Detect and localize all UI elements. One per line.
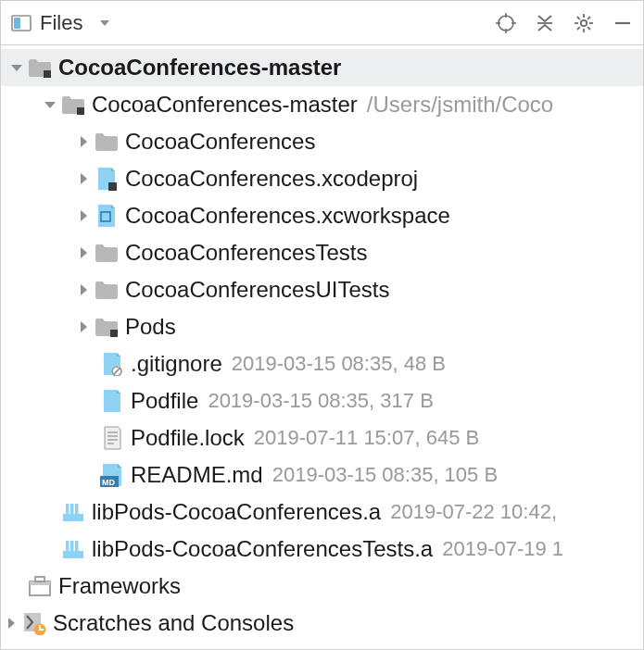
svg-rect-36 [63,551,83,558]
tree-row-libpods1[interactable]: libPods-CocoaConferences.a2019-07-22 10:… [1,494,643,531]
svg-point-8 [581,19,587,25]
project-tree[interactable]: CocoaConferences-masterCocoaConferences-… [1,45,643,645]
toolbar: Files [1,1,643,45]
tree-item-name: Pods [125,314,176,340]
tree-item-name: .gitignore [131,351,222,377]
chevron-right-icon[interactable] [73,317,94,337]
tree-row-frameworks[interactable]: Frameworks [1,568,643,605]
tree-row-cc[interactable]: CocoaConferences [1,123,643,160]
tree-item-path: /Users/jsmith/Coco [367,92,553,118]
xcodeproj-icon [94,166,120,192]
svg-rect-22 [110,330,118,337]
xcworkspace-icon [94,203,120,229]
tree-row-proj[interactable]: CocoaConferences-master/Users/jsmith/Coc… [1,86,643,123]
svg-point-2 [499,16,513,31]
chevron-down-icon[interactable] [40,94,60,115]
tree-row-xcworkspace[interactable]: CocoaConferences.xcworkspace [1,197,643,234]
svg-rect-42 [35,577,44,581]
folder-icon [94,277,120,303]
svg-rect-19 [77,107,84,115]
tree-row-tests[interactable]: CocoaConferencesTests [1,234,643,271]
svg-rect-37 [66,541,69,551]
file-icon [99,388,125,414]
tree-item-meta: 2019-03-15 08:35, 317 B [208,389,433,413]
folder-icon [94,129,120,155]
chevron-down-icon[interactable] [94,12,116,34]
tree-item-name: libPods-CocoaConferencesTests.a [92,536,433,562]
tree-item-name: Podfile [131,388,198,414]
tree-item-meta: 2019-07-19 1 [442,537,563,561]
tree-item-name: libPods-CocoaConferences.a [92,499,381,525]
lib-icon [60,499,86,525]
svg-rect-35 [75,504,79,514]
tree-item-name: Podfile.lock [131,425,245,451]
tree-item-name: Scratches and Consoles [53,610,294,636]
svg-rect-20 [108,182,117,191]
lockfile-icon [99,425,125,451]
minimize-icon[interactable] [612,12,634,34]
tree-item-name: CocoaConferencesUITests [125,277,389,303]
scratches-icon [21,610,47,636]
tree-row-xcodeproj[interactable]: CocoaConferences.xcodeproj [1,160,643,197]
svg-rect-39 [75,541,79,551]
gear-icon[interactable] [573,12,595,34]
tree-item-meta: 2019-07-22 10:42, [390,500,557,524]
tree-row-libpods2[interactable]: libPods-CocoaConferencesTests.a2019-07-1… [1,531,643,568]
tree-row-podfile[interactable]: Podfile2019-03-15 08:35, 317 B [1,382,643,419]
svg-rect-38 [70,541,74,551]
svg-rect-32 [63,514,83,521]
panel-icon [10,12,32,34]
chevron-right-icon[interactable] [73,169,94,189]
chevron-right-icon[interactable] [73,206,94,226]
tree-item-name: CocoaConferences.xcworkspace [125,203,450,229]
view-dropdown[interactable]: Files [40,11,82,35]
tree-row-readme[interactable]: MDREADME.md2019-03-15 08:35, 105 B [1,456,643,494]
tree-row-root[interactable]: CocoaConferences-master [1,49,643,86]
svg-line-15 [577,27,580,30]
svg-rect-33 [66,504,69,514]
ignored-icon [99,351,125,377]
tree-item-name: CocoaConferencesTests [125,240,367,266]
tree-item-name: CocoaConferences.xcodeproj [125,166,418,192]
collapse-all-icon[interactable] [534,12,556,34]
svg-line-16 [587,17,590,19]
tree-item-name: CocoaConferences-master [92,92,358,118]
tree-row-pods[interactable]: Pods [1,308,643,345]
svg-line-14 [587,27,590,30]
tree-item-name: CocoaConferences [125,129,315,155]
tree-row-scratches[interactable]: Scratches and Consoles [1,605,643,642]
chevron-right-icon[interactable] [73,131,94,152]
svg-rect-18 [44,70,51,78]
chevron-down-icon[interactable] [6,57,27,78]
tree-row-podlock[interactable]: Podfile.lock2019-07-11 15:07, 645 B [1,419,643,456]
tree-item-name: Frameworks [58,573,181,599]
tree-item-name: README.md [131,462,263,488]
md-icon: MD [99,462,125,488]
tree-item-meta: 2019-03-15 08:35, 48 B [232,352,446,376]
chevron-right-icon[interactable] [73,280,94,300]
chevron-right-icon[interactable] [1,613,21,633]
tree-item-name: CocoaConferences-master [58,55,341,81]
tree-item-meta: 2019-07-11 15:07, 645 B [254,426,479,450]
tree-row-gitignore[interactable]: .gitignore2019-03-15 08:35, 48 B [1,345,643,382]
target-icon[interactable] [495,12,517,34]
frameworks-icon [27,573,53,599]
folder-dot-icon [94,314,120,340]
project-icon [27,55,53,81]
svg-text:MD: MD [102,478,115,487]
lib-icon [60,536,86,562]
folder-icon [94,240,120,266]
folder-dot-icon [60,92,86,118]
svg-rect-34 [70,504,74,514]
svg-rect-1 [14,18,20,29]
chevron-right-icon[interactable] [73,243,94,263]
tree-item-meta: 2019-03-15 08:35, 105 B [272,463,498,487]
tree-row-uitests[interactable]: CocoaConferencesUITests [1,271,643,308]
svg-line-13 [577,17,580,19]
